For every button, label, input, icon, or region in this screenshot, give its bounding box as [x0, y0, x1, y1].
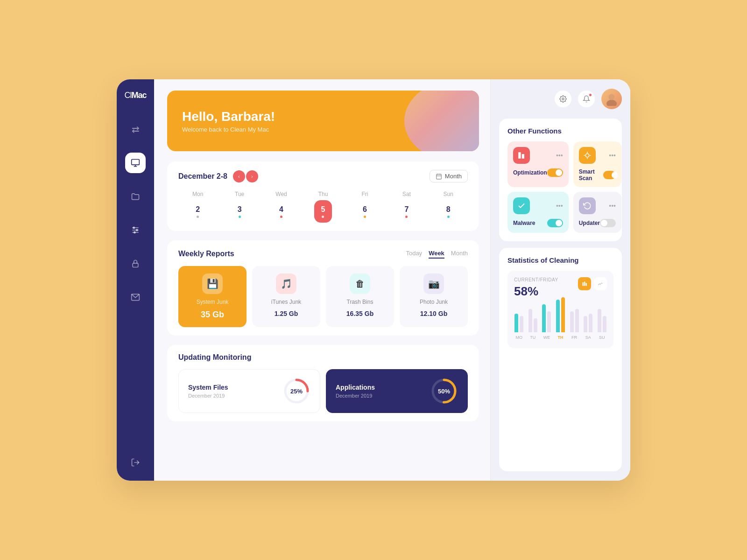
updating-monitoring-section: Updating Monitoring System Files Decembe…: [167, 345, 479, 421]
optimization-icon: [513, 147, 530, 164]
right-panel: Other Functions ••• Optimization: [490, 79, 630, 481]
day-mon: Mon 2: [178, 191, 217, 223]
of-malware: ••• Malware: [507, 192, 569, 233]
itunes-junk-icon: 🎵: [276, 273, 296, 294]
bar-su-light1: [598, 309, 601, 332]
bar-we-cyan: [542, 304, 546, 332]
report-system-junk[interactable]: 💾 System Junk 35 Gb: [178, 266, 247, 327]
malware-menu[interactable]: •••: [556, 202, 563, 210]
applications-name: Applications: [336, 384, 375, 391]
statistics-card: CURRENT/FRIDAY 58%: [507, 271, 613, 348]
cal-prev-btn[interactable]: ‹: [233, 170, 245, 182]
nav-mail[interactable]: [125, 287, 146, 308]
bar-tu-light1: [529, 309, 532, 332]
report-photo-junk[interactable]: 📷 Photo Junk 12.10 Gb: [400, 266, 468, 327]
updater-label: Updater: [579, 220, 600, 226]
svg-point-8: [134, 231, 135, 233]
bar-su-light2: [603, 316, 606, 332]
svg-point-6: [133, 227, 134, 228]
bar-th-cyan: [556, 300, 560, 332]
sidebar: ClMac ⇄: [117, 79, 154, 481]
photo-junk-value: 12.10 Gb: [420, 310, 447, 317]
calendar-icon: [436, 173, 442, 180]
stat-bar-chart-btn[interactable]: [578, 277, 591, 290]
system-files-period: December 2019: [188, 393, 228, 399]
stat-percent-value: 58%: [514, 284, 558, 299]
notification-button[interactable]: [578, 91, 595, 107]
statistics-section: Statistics of Cleaning CURRENT/FRIDAY 58…: [499, 248, 622, 471]
settings-button[interactable]: [555, 91, 571, 107]
user-avatar[interactable]: [601, 89, 622, 109]
tab-month[interactable]: Month: [451, 249, 468, 259]
svg-point-20: [562, 98, 564, 100]
other-functions-section: Other Functions ••• Optimization: [499, 119, 622, 241]
nav-logout[interactable]: [131, 458, 140, 469]
report-itunes-junk[interactable]: 🎵 iTunes Junk 1.25 Gb: [252, 266, 320, 327]
optimization-label: Optimization: [513, 169, 547, 176]
update-system-files[interactable]: System Files December 2019 25%: [178, 369, 320, 413]
trash-bins-value: 16.35 Gb: [346, 310, 374, 317]
system-junk-value: 35 Gb: [201, 310, 224, 320]
of-smart-scan: ••• Smart Scan: [573, 141, 621, 187]
nav-filter[interactable]: ⇄: [125, 119, 146, 140]
weekly-reports-section: Weekly Reports Today Week Month 💾 System…: [167, 240, 479, 336]
day-wed: Wed 4: [262, 191, 301, 223]
system-junk-label: System Junk: [197, 299, 229, 305]
bar-su: SU: [597, 309, 607, 340]
bar-fr-light2: [575, 309, 579, 332]
stat-line-chart-btn[interactable]: [594, 277, 607, 290]
nav-folder[interactable]: [125, 186, 146, 207]
banner-subtitle: Welcome back to Clean My Mac: [182, 126, 275, 133]
bar-th-label: TH: [558, 335, 564, 340]
app-logo: ClMac: [124, 91, 146, 100]
bar-sa-label: SA: [585, 335, 591, 340]
nav-sliders[interactable]: [125, 220, 146, 240]
svg-rect-0: [132, 160, 140, 165]
update-applications[interactable]: Applications December 2019 50%: [326, 369, 468, 413]
updating-monitoring-header: Updating Monitoring: [178, 353, 468, 362]
bar-fr: FR: [569, 309, 579, 340]
svg-point-22: [606, 100, 617, 106]
updater-toggle[interactable]: [600, 219, 616, 227]
tab-today[interactable]: Today: [406, 249, 422, 259]
bar-su-label: SU: [599, 335, 605, 340]
calendar-date-range: December 2-8: [178, 172, 227, 181]
of-updater: ••• Updater: [573, 192, 621, 233]
weekly-reports-title: Weekly Reports: [178, 250, 234, 258]
bar-mo: MO: [514, 314, 524, 340]
top-bar: [499, 89, 622, 109]
svg-point-23: [609, 94, 615, 100]
system-files-name: System Files: [188, 384, 228, 391]
settings-icon: [559, 95, 567, 103]
photo-junk-icon: 📷: [423, 273, 444, 294]
calendar-nav: ‹ ›: [233, 170, 258, 182]
trash-bins-icon: 🗑: [350, 273, 370, 294]
calendar-section: December 2-8 ‹ › Month Mon 2 Tue: [167, 161, 479, 231]
photo-junk-label: Photo Junk: [420, 299, 448, 305]
itunes-junk-label: iTunes Junk: [271, 299, 301, 305]
report-trash-bins[interactable]: 🗑 Trash Bins 16.35 Gb: [326, 266, 394, 327]
tab-week[interactable]: Week: [429, 249, 444, 259]
optimization-menu[interactable]: •••: [556, 152, 563, 159]
smart-scan-toggle[interactable]: [603, 171, 616, 179]
malware-icon: [513, 197, 530, 214]
other-functions-grid: ••• Optimization •••: [507, 141, 613, 233]
main-content: Hello, Barbara! Welcome back to Clean My…: [154, 79, 490, 481]
optimization-toggle[interactable]: [547, 168, 563, 177]
banner-image: [386, 91, 479, 151]
malware-toggle[interactable]: [547, 219, 563, 227]
nav-monitor[interactable]: [125, 153, 146, 173]
updater-menu[interactable]: •••: [609, 202, 616, 210]
trash-bins-label: Trash Bins: [347, 299, 374, 305]
sidebar-nav: ⇄: [125, 119, 146, 458]
bar-tu-label: TU: [530, 335, 536, 340]
month-btn-label: Month: [445, 173, 462, 180]
svg-point-7: [136, 229, 138, 231]
cal-next-btn[interactable]: ›: [246, 170, 258, 182]
nav-lock[interactable]: [125, 253, 146, 274]
smart-scan-menu[interactable]: •••: [609, 152, 616, 159]
of-optimization: ••• Optimization: [507, 141, 569, 187]
day-fri: Fri 6: [345, 191, 384, 223]
month-view-btn[interactable]: Month: [430, 170, 468, 182]
malware-label: Malware: [513, 220, 535, 226]
